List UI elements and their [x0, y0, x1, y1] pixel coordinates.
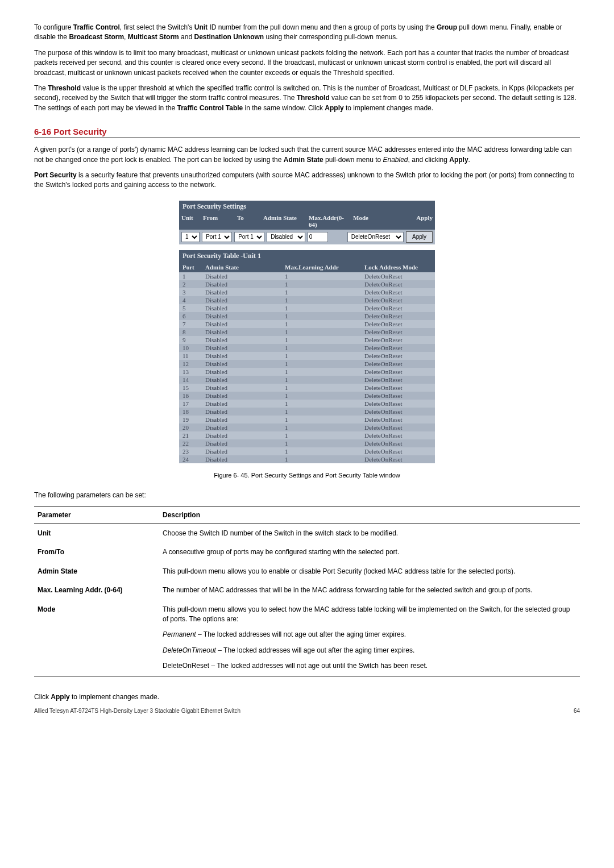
cell-max-learning-addr: 1	[281, 423, 361, 431]
param-row: Max. Learning Addr. (0-64)The number of …	[34, 581, 580, 600]
table-row: 2Disabled1DeleteOnReset	[179, 280, 435, 288]
from-port-select[interactable]: Port 1	[202, 232, 232, 242]
cell-lock-address-mode: DeleteOnReset	[361, 447, 435, 455]
port-security-table: Port Admin State Max.Learning Addr Lock …	[179, 262, 435, 463]
cell-port: 19	[179, 416, 202, 423]
apply-button[interactable]: Apply	[406, 231, 433, 243]
th-description: Description	[159, 506, 580, 524]
footer-source: Allied Telesyn AT-9724TS High-Density La…	[34, 708, 580, 714]
section-p2: Port Security is a security feature that…	[34, 171, 580, 190]
cell-max-learning-addr: 1	[281, 408, 361, 416]
cell-max-learning-addr: 1	[281, 352, 361, 360]
param-name: Unit	[34, 524, 159, 543]
param-name: From/To	[34, 543, 159, 562]
cell-admin-state: Disabled	[202, 384, 281, 392]
cell-lock-address-mode: DeleteOnReset	[361, 320, 435, 328]
unit-select[interactable]: 1	[181, 232, 200, 242]
table-row: 20Disabled1DeleteOnReset	[179, 423, 435, 431]
mode-desc-line: This pull-down menu allows you to select…	[163, 605, 576, 625]
cell-admin-state: Disabled	[202, 360, 281, 368]
text-bold: Traffic Control Table	[177, 104, 243, 112]
cell-admin-state: Disabled	[202, 447, 281, 455]
cell-lock-address-mode: DeleteOnReset	[361, 408, 435, 416]
divider	[34, 138, 580, 138]
table-row: 7Disabled1DeleteOnReset	[179, 320, 435, 328]
table-row: 8Disabled1DeleteOnReset	[179, 328, 435, 336]
max-addr-input[interactable]	[308, 232, 328, 242]
cell-port: 24	[179, 455, 202, 463]
text-bold: Unit	[194, 23, 208, 31]
mode-desc-line: DeleteOnTimeout – The locked addresses w…	[163, 646, 576, 655]
table-row: 3Disabled1DeleteOnReset	[179, 288, 435, 296]
table-row: 19Disabled1DeleteOnReset	[179, 416, 435, 423]
text-bold: Admin State	[284, 156, 323, 164]
text-bold: Group	[437, 23, 457, 31]
page-number: 64	[574, 708, 580, 714]
th-parameter: Parameter	[34, 506, 159, 524]
cell-admin-state: Disabled	[202, 320, 281, 328]
cell-lock-address-mode: DeleteOnReset	[361, 304, 435, 312]
cell-max-learning-addr: 1	[281, 431, 361, 439]
table-row: 17Disabled1DeleteOnReset	[179, 400, 435, 408]
cell-lock-address-mode: DeleteOnReset	[361, 423, 435, 431]
parameter-table: Parameter Description UnitChoose the Swi…	[34, 506, 580, 676]
cell-port: 8	[179, 328, 202, 336]
cell-max-learning-addr: 1	[281, 336, 361, 344]
text: and	[179, 33, 194, 41]
admin-state-select[interactable]: Disabled	[267, 232, 305, 242]
cell-admin-state: Disabled	[202, 272, 281, 280]
cell-port: 7	[179, 320, 202, 328]
cell-max-learning-addr: 1	[281, 312, 361, 320]
cell-lock-address-mode: DeleteOnReset	[361, 272, 435, 280]
cell-lock-address-mode: DeleteOnReset	[361, 328, 435, 336]
param-desc: A consecutive group of ports may be conf…	[159, 543, 580, 562]
cell-port: 14	[179, 376, 202, 384]
th-max-learning-addr: Max.Learning Addr	[281, 262, 361, 272]
param-row: Admin StateThis pull-down menu allows yo…	[34, 562, 580, 581]
table-row: 13Disabled1DeleteOnReset	[179, 368, 435, 376]
cell-admin-state: Disabled	[202, 336, 281, 344]
param-intro: The following parameters can be set:	[34, 491, 580, 500]
to-port-select[interactable]: Port 1	[234, 232, 264, 242]
settings-column-headers: Unit From To Admin State Max.Addr(0-64) …	[179, 213, 435, 230]
cell-port: 10	[179, 344, 202, 352]
cell-lock-address-mode: DeleteOnReset	[361, 352, 435, 360]
cell-port: 4	[179, 296, 202, 304]
cell-lock-address-mode: DeleteOnReset	[361, 368, 435, 376]
cell-port: 6	[179, 312, 202, 320]
cell-lock-address-mode: DeleteOnReset	[361, 384, 435, 392]
text: To configure	[34, 23, 73, 31]
th-admin-state: Admin State	[202, 262, 281, 272]
cell-max-learning-addr: 1	[281, 384, 361, 392]
intro-p3: The Threshold value is the upper thresho…	[34, 84, 580, 113]
th-lock-address-mode: Lock Address Mode	[361, 262, 435, 272]
cell-lock-address-mode: DeleteOnReset	[361, 280, 435, 288]
text-bold: Apply	[51, 693, 69, 701]
param-row: UnitChoose the Switch ID number of the S…	[34, 524, 580, 543]
cell-admin-state: Disabled	[202, 312, 281, 320]
table-row: 5Disabled1DeleteOnReset	[179, 304, 435, 312]
cell-admin-state: Disabled	[202, 423, 281, 431]
cell-port: 15	[179, 384, 202, 392]
cell-max-learning-addr: 1	[281, 288, 361, 296]
cell-admin-state: Disabled	[202, 408, 281, 416]
mode-select[interactable]: DeleteOnReset	[347, 232, 404, 242]
table-panel-title: Port Security Table -Unit 1	[179, 250, 435, 262]
cell-max-learning-addr: 1	[281, 280, 361, 288]
text: using their corresponding pull-down menu…	[264, 33, 397, 41]
cell-lock-address-mode: DeleteOnReset	[361, 296, 435, 304]
cell-port: 13	[179, 368, 202, 376]
cell-admin-state: Disabled	[202, 368, 281, 376]
cell-max-learning-addr: 1	[281, 296, 361, 304]
col-unit: Unit	[179, 213, 201, 230]
table-row: 6Disabled1DeleteOnReset	[179, 312, 435, 320]
cell-max-learning-addr: 1	[281, 320, 361, 328]
param-name: Max. Learning Addr. (0-64)	[34, 581, 159, 600]
cell-lock-address-mode: DeleteOnReset	[361, 400, 435, 408]
cell-port: 2	[179, 280, 202, 288]
cell-port: 11	[179, 352, 202, 360]
col-mode: Mode	[351, 213, 410, 230]
cell-max-learning-addr: 1	[281, 439, 361, 447]
cell-max-learning-addr: 1	[281, 272, 361, 280]
table-row: 12Disabled1DeleteOnReset	[179, 360, 435, 368]
